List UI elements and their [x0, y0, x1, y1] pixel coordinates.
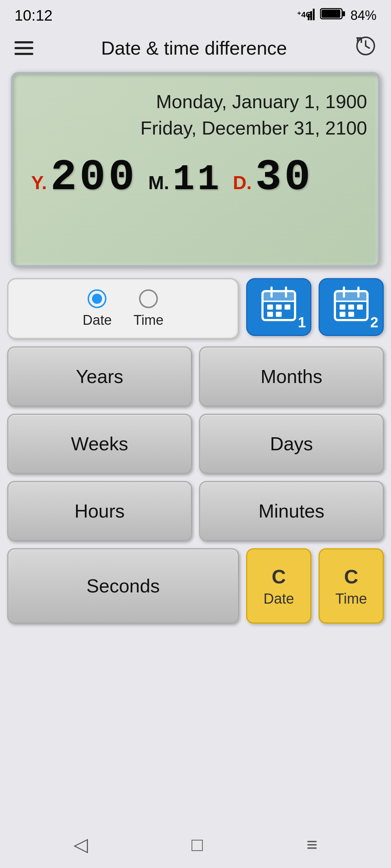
svg-rect-25 — [357, 305, 363, 310]
calendar-1-icon — [261, 286, 297, 329]
svg-rect-24 — [348, 305, 354, 310]
calendar-1-number: 1 — [298, 314, 306, 331]
menu-button[interactable] — [14, 41, 33, 55]
battery-percent: 84% — [350, 8, 377, 23]
top-nav: Date & time difference — [0, 28, 391, 68]
date-radio-inner — [92, 294, 102, 304]
calendar-2-button[interactable]: 2 — [319, 278, 384, 336]
svg-rect-17 — [276, 312, 282, 317]
date-radio[interactable] — [88, 289, 106, 308]
mode-row: Date Time — [7, 278, 384, 339]
home-button[interactable]: □ — [177, 826, 217, 863]
clear-time-button[interactable]: C Time — [319, 548, 384, 624]
date-mode-label: Date — [83, 312, 112, 328]
mode-selector: Date Time — [7, 278, 239, 339]
recent-apps-button[interactable]: ≡ — [292, 826, 332, 863]
status-bar: 10:12 ⁺4G 84% — [0, 0, 391, 28]
btn-grid-row3: Hours Minutes — [7, 481, 384, 541]
svg-rect-16 — [267, 312, 273, 317]
svg-rect-2 — [310, 11, 312, 20]
buttons-area: Date Time — [0, 278, 391, 624]
seconds-button[interactable]: Seconds — [7, 548, 239, 624]
svg-rect-1 — [308, 14, 310, 20]
svg-rect-3 — [313, 9, 315, 20]
months-button[interactable]: Months — [199, 346, 384, 407]
svg-text:⁺4G: ⁺4G — [297, 10, 312, 19]
btn-grid-row1: Years Months — [7, 346, 384, 407]
back-button[interactable]: ◁ — [59, 826, 102, 863]
date-mode-option[interactable]: Date — [83, 289, 112, 328]
calendar-1-button[interactable]: 1 — [246, 278, 311, 336]
clear-date-sub: Date — [264, 589, 294, 608]
minutes-button[interactable]: Minutes — [199, 481, 384, 541]
clear-date-c: C — [272, 564, 286, 589]
months-label: M. — [148, 172, 169, 193]
page-title: Date & time difference — [101, 37, 287, 59]
svg-rect-14 — [276, 305, 282, 310]
time-radio[interactable] — [139, 289, 158, 308]
date-line-1: Monday, January 1, 1900 — [24, 89, 367, 115]
nav-bar: ◁ □ ≡ — [0, 821, 391, 868]
result-display: Y. 200 M. 11 D. 30 — [24, 156, 367, 199]
battery-icon — [320, 7, 345, 24]
years-value: 200 — [50, 156, 137, 199]
date-display: Monday, January 1, 1900 Friday, December… — [24, 89, 367, 141]
years-button[interactable]: Years — [7, 346, 192, 407]
date-line-2: Friday, December 31, 2100 — [24, 115, 367, 141]
days-label: D. — [233, 172, 252, 193]
status-time: 10:12 — [14, 7, 52, 24]
svg-rect-19 — [335, 291, 367, 301]
time-mode-label: Time — [134, 312, 164, 328]
svg-rect-9 — [262, 291, 295, 301]
calendar-2-icon — [333, 286, 369, 329]
last-row: Seconds C Date C Time — [7, 548, 384, 624]
clear-time-c: C — [344, 564, 358, 589]
months-value: 11 — [173, 162, 222, 198]
status-icons: ⁺4G 84% — [297, 7, 377, 24]
years-label: Y. — [31, 172, 47, 193]
days-button[interactable]: Days — [199, 414, 384, 474]
clear-date-button[interactable]: C Date — [246, 548, 311, 624]
svg-rect-23 — [340, 305, 345, 310]
days-value: 30 — [255, 156, 313, 199]
svg-rect-6 — [321, 10, 340, 18]
svg-rect-26 — [340, 312, 345, 317]
signal-icon: ⁺4G — [297, 7, 315, 24]
svg-rect-13 — [267, 305, 273, 310]
history-button[interactable] — [355, 35, 377, 61]
svg-rect-15 — [285, 305, 290, 310]
calendar-2-number: 2 — [370, 314, 378, 331]
display-screen: Monday, January 1, 1900 Friday, December… — [11, 72, 380, 267]
weeks-button[interactable]: Weeks — [7, 414, 192, 474]
time-mode-option[interactable]: Time — [134, 289, 164, 328]
btn-grid-row2: Weeks Days — [7, 414, 384, 474]
hours-button[interactable]: Hours — [7, 481, 192, 541]
svg-rect-5 — [342, 11, 345, 16]
clear-time-sub: Time — [335, 589, 367, 608]
svg-rect-27 — [348, 312, 354, 317]
